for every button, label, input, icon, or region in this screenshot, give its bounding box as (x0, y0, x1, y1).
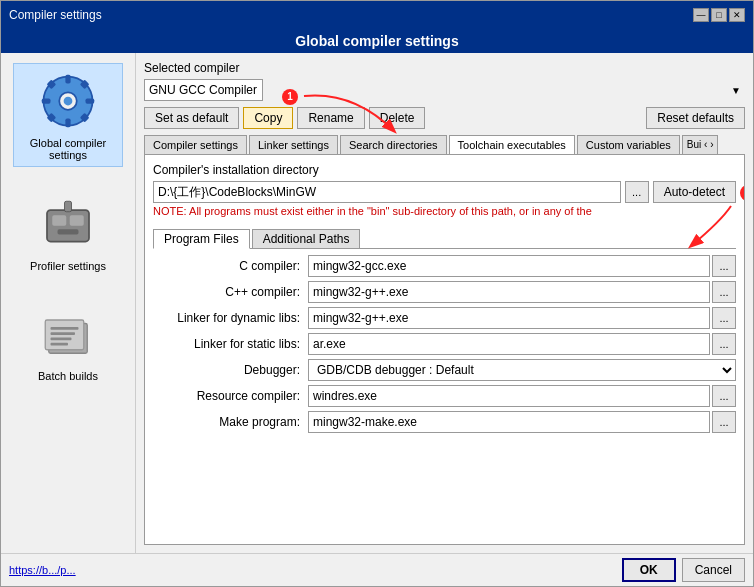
sidebar-batch-builds-label: Batch builds (38, 370, 98, 382)
debugger-label: Debugger: (153, 363, 308, 377)
cpp-compiler-browse[interactable]: ... (712, 281, 736, 303)
c-compiler-row: C compiler: ... (153, 255, 736, 277)
resource-compiler-browse[interactable]: ... (712, 385, 736, 407)
svg-rect-20 (51, 338, 72, 341)
close-button[interactable]: ✕ (729, 8, 745, 22)
linker-static-input[interactable] (308, 333, 710, 355)
content-area: Global compilersettings Profiler setting… (1, 53, 753, 553)
svg-rect-18 (51, 327, 79, 330)
rename-button[interactable]: Rename (297, 107, 364, 129)
make-program-row: Make program: ... (153, 411, 736, 433)
debugger-select-wrapper: GDB/CDB debugger : Default (308, 359, 736, 381)
tab-more[interactable]: Bui ‹ › (682, 135, 719, 154)
cpp-compiler-input[interactable] (308, 281, 710, 303)
window-title: Compiler settings (9, 8, 102, 22)
inner-tabs: Program Files Additional Paths (153, 229, 736, 249)
inner-tab-program-files[interactable]: Program Files (153, 229, 250, 249)
reset-defaults-button[interactable]: Reset defaults (646, 107, 745, 129)
dialog-title: Global compiler settings (1, 29, 753, 53)
linker-static-row: Linker for static libs: ... (153, 333, 736, 355)
make-program-label: Make program: (153, 415, 308, 429)
linker-static-browse[interactable]: ... (712, 333, 736, 355)
installation-dir-section: Compiler's installation directory ... Au… (153, 163, 736, 223)
debugger-select[interactable]: GDB/CDB debugger : Default (308, 359, 736, 381)
installation-dir-label: Compiler's installation directory (153, 163, 736, 177)
linker-dynamic-row: Linker for dynamic libs: ... (153, 307, 736, 329)
resource-compiler-input[interactable] (308, 385, 710, 407)
cpp-compiler-row: C++ compiler: ... (153, 281, 736, 303)
svg-rect-2 (65, 119, 70, 128)
program-files-table: C compiler: ... C++ compiler: ... Linker… (153, 255, 736, 536)
linker-dynamic-browse[interactable]: ... (712, 307, 736, 329)
svg-rect-12 (52, 215, 66, 226)
sidebar-item-batch-builds[interactable]: Batch builds (13, 297, 123, 387)
sidebar-item-global-compiler-settings[interactable]: Global compilersettings (13, 63, 123, 167)
svg-rect-1 (65, 75, 70, 84)
action-buttons-row: Set as default Copy Rename Delete Reset … (144, 107, 745, 129)
inner-tab-additional-paths[interactable]: Additional Paths (252, 229, 361, 248)
c-compiler-input[interactable] (308, 255, 710, 277)
c-compiler-label: C compiler: (153, 259, 308, 273)
svg-rect-4 (86, 98, 95, 103)
annotation-badge-2: 2 (740, 185, 745, 201)
cpp-compiler-label: C++ compiler: (153, 285, 308, 299)
c-compiler-browse[interactable]: ... (712, 255, 736, 277)
auto-detect-button[interactable]: Auto-detect (653, 181, 736, 203)
sidebar-global-compiler-label: Global compilersettings (30, 137, 106, 161)
set-as-default-button[interactable]: Set as default (144, 107, 239, 129)
gear-icon (36, 69, 100, 133)
bottom-bar: https://b.../p... OK Cancel (1, 553, 753, 586)
maximize-button[interactable]: □ (711, 8, 727, 22)
debugger-row: Debugger: GDB/CDB debugger : Default (153, 359, 736, 381)
tab-toolchain-executables[interactable]: Toolchain executables (449, 135, 575, 155)
copy-button[interactable]: Copy (243, 107, 293, 129)
main-window: Compiler settings — □ ✕ Global compiler … (0, 0, 754, 587)
installation-dir-row: ... Auto-detect 2 (153, 181, 736, 203)
svg-rect-15 (65, 201, 72, 212)
profiler-icon (36, 192, 100, 256)
tab-custom-variables[interactable]: Custom variables (577, 135, 680, 154)
cancel-button[interactable]: Cancel (682, 558, 745, 582)
svg-rect-21 (51, 343, 69, 346)
ok-button[interactable]: OK (622, 558, 676, 582)
tab-compiler-settings[interactable]: Compiler settings (144, 135, 247, 154)
svg-rect-19 (51, 332, 76, 335)
compiler-select-wrapper: GNU GCC Compiler ▼ (144, 79, 745, 101)
linker-dynamic-label: Linker for dynamic libs: (153, 311, 308, 325)
installation-dir-input[interactable] (153, 181, 621, 203)
svg-rect-13 (70, 215, 84, 226)
browse-dir-button[interactable]: ... (625, 181, 649, 203)
tab-search-directories[interactable]: Search directories (340, 135, 447, 154)
sidebar-item-profiler-settings[interactable]: Profiler settings (13, 187, 123, 277)
tab-content-area: Compiler's installation directory ... Au… (144, 155, 745, 545)
linker-dynamic-input[interactable] (308, 307, 710, 329)
tab-linker-settings[interactable]: Linker settings (249, 135, 338, 154)
svg-rect-3 (42, 98, 51, 103)
title-bar: Compiler settings — □ ✕ (1, 1, 753, 29)
note-text: NOTE: All programs must exist either in … (153, 205, 736, 217)
right-panel: Selected compiler GNU GCC Compiler ▼ Set… (136, 53, 753, 553)
compiler-select-row: GNU GCC Compiler ▼ (144, 79, 745, 101)
sidebar: Global compilersettings Profiler setting… (1, 53, 136, 553)
select-arrow-icon: ▼ (731, 85, 741, 96)
linker-static-label: Linker for static libs: (153, 337, 308, 351)
url-link[interactable]: https://b.../p... (9, 564, 616, 576)
sidebar-profiler-label: Profiler settings (30, 260, 106, 272)
make-program-browse[interactable]: ... (712, 411, 736, 433)
batch-builds-icon (36, 302, 100, 366)
minimize-button[interactable]: — (693, 8, 709, 22)
compiler-select[interactable]: GNU GCC Compiler (144, 79, 263, 101)
svg-rect-14 (58, 229, 79, 234)
main-tabs: Compiler settings Linker settings Search… (144, 135, 745, 155)
svg-point-10 (64, 97, 73, 106)
window-controls: — □ ✕ (693, 8, 745, 22)
selected-compiler-label: Selected compiler (144, 61, 745, 75)
delete-button[interactable]: Delete (369, 107, 426, 129)
svg-rect-11 (47, 210, 89, 242)
resource-compiler-row: Resource compiler: ... (153, 385, 736, 407)
make-program-input[interactable] (308, 411, 710, 433)
resource-compiler-label: Resource compiler: (153, 389, 308, 403)
